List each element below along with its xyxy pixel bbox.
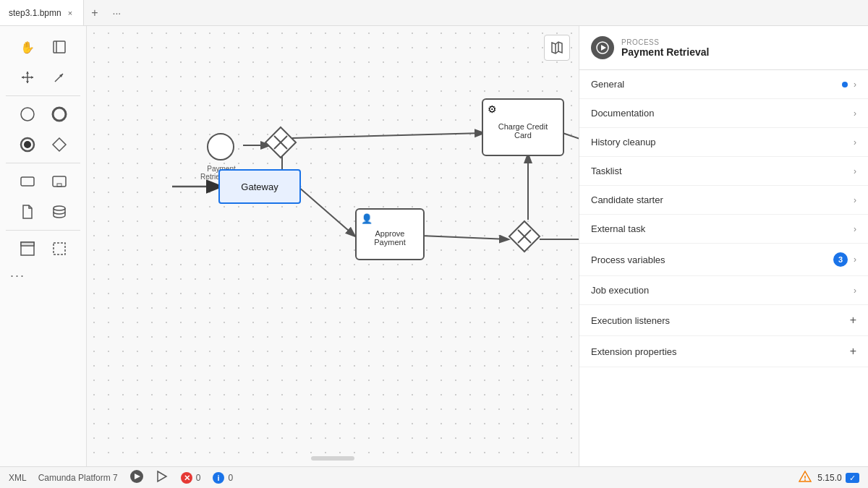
- extension-properties-section[interactable]: Extension properties +: [579, 336, 868, 367]
- tasklist-section[interactable]: Tasklist ›: [579, 157, 868, 186]
- execution-listeners-label: Execution listeners: [591, 315, 670, 326]
- toolbar-more-button[interactable]: ···: [0, 264, 86, 288]
- documentation-section[interactable]: Documentation ›: [579, 99, 868, 128]
- svg-marker-48: [158, 471, 166, 481]
- tool-row-1: ✋: [0, 32, 86, 62]
- panel-header: PROCESS Payment Retrieval: [579, 26, 868, 70]
- candidate-starter-section[interactable]: Candidate starter ›: [579, 186, 868, 215]
- status-platform: Camunda Platform 7: [38, 473, 118, 483]
- process-variables-label: Process variables: [591, 254, 665, 265]
- history-cleanup-section[interactable]: History cleanup ›: [579, 128, 868, 157]
- minimap-button[interactable]: [544, 35, 570, 61]
- svg-marker-14: [53, 138, 66, 151]
- extension-properties-label: Extension properties: [591, 346, 677, 357]
- general-section[interactable]: General ›: [579, 70, 868, 99]
- external-task-section[interactable]: External task ›: [579, 215, 868, 244]
- subprocess-tool[interactable]: [45, 168, 74, 194]
- general-label: General: [591, 79, 624, 90]
- run-button[interactable]: [156, 470, 169, 485]
- svg-marker-6: [22, 76, 24, 79]
- job-execution-chevron: ›: [854, 286, 856, 296]
- svg-marker-5: [26, 81, 29, 83]
- gateway-tool[interactable]: [45, 132, 74, 158]
- extension-properties-plus[interactable]: +: [850, 345, 856, 358]
- tool-row-4: [0, 129, 86, 160]
- svg-line-33: [563, 133, 579, 144]
- svg-marker-45: [601, 45, 606, 51]
- lasso-tool[interactable]: [45, 34, 74, 60]
- process-variables-chevron: ›: [854, 254, 856, 265]
- status-format: XML: [9, 473, 27, 483]
- arrow-tool[interactable]: [45, 64, 74, 90]
- circle-event-tool[interactable]: [13, 101, 42, 127]
- gateway-selected-element[interactable]: Gateway: [218, 169, 301, 204]
- svg-rect-15: [21, 177, 34, 186]
- svg-point-13: [24, 141, 31, 148]
- process-variables-section[interactable]: Process variables 3 ›: [579, 244, 868, 276]
- tool-divider-3: [6, 230, 80, 231]
- error-count: 0: [196, 473, 201, 483]
- new-tab-button[interactable]: +: [84, 0, 105, 25]
- error-indicator[interactable]: ✕ 0: [180, 471, 201, 484]
- active-tab[interactable]: step3.1.bpmn ×: [0, 0, 84, 25]
- execution-listeners-plus[interactable]: +: [850, 314, 856, 327]
- hand-tool[interactable]: ✋: [13, 34, 42, 60]
- job-execution-section[interactable]: Job execution ›: [579, 276, 868, 305]
- tasklist-chevron: ›: [854, 166, 856, 176]
- approve-payment-task[interactable]: 👤 ApprovePayment: [355, 208, 425, 260]
- tool-row-3: [0, 99, 86, 129]
- frame-tool[interactable]: [13, 236, 42, 262]
- move-tool[interactable]: [13, 64, 42, 90]
- svg-line-26: [292, 133, 483, 138]
- execution-listeners-section[interactable]: Execution listeners +: [579, 305, 868, 336]
- panel-title: Payment Retrieval: [621, 46, 709, 58]
- start-event[interactable]: [206, 132, 235, 161]
- bpmn-canvas[interactable]: Payment Retrieval R... ⚙ Charge CreditCa…: [87, 26, 579, 466]
- svg-point-11: [53, 108, 66, 121]
- tab-close-button[interactable]: ×: [66, 7, 75, 19]
- selection-tool[interactable]: [45, 236, 74, 262]
- candidate-starter-chevron: ›: [854, 195, 856, 205]
- tool-divider-2: [6, 163, 80, 163]
- process-icon: [591, 36, 614, 59]
- document-tool[interactable]: [13, 199, 42, 225]
- svg-point-55: [804, 479, 806, 481]
- history-cleanup-label: History cleanup: [591, 137, 656, 147]
- general-chevron: ›: [854, 80, 856, 90]
- info-count: 0: [228, 473, 233, 483]
- tool-row-5: [0, 166, 86, 197]
- connection-layer: [87, 26, 579, 466]
- tasklist-label: Tasklist: [591, 166, 622, 176]
- tab-filename: step3.1.bpmn: [9, 8, 61, 18]
- database-tool[interactable]: [45, 199, 74, 225]
- svg-point-35: [208, 134, 234, 160]
- main-area: ✋: [0, 26, 868, 466]
- svg-marker-22: [552, 42, 562, 53]
- circle-thick-tool[interactable]: [45, 101, 74, 127]
- version-area: 5.15.0 ✓: [799, 470, 859, 485]
- charge-credit-card-task[interactable]: ⚙ Charge CreditCard: [482, 98, 564, 156]
- tab-more-button[interactable]: ···: [106, 0, 129, 25]
- info-indicator[interactable]: i 0: [212, 471, 233, 484]
- circle-double-tool[interactable]: [13, 132, 42, 158]
- gateway2[interactable]: [508, 220, 541, 253]
- panel-type-label: PROCESS: [621, 38, 709, 46]
- tab-bar: step3.1.bpmn × + ···: [0, 0, 868, 26]
- deploy-button[interactable]: [129, 469, 144, 486]
- process-variables-right: 3 ›: [833, 252, 856, 267]
- svg-line-31: [421, 236, 508, 239]
- properties-panel: PROCESS Payment Retrieval General › Docu…: [579, 26, 868, 466]
- svg-rect-0: [54, 41, 65, 53]
- svg-marker-4: [26, 72, 29, 74]
- svg-point-10: [21, 108, 34, 121]
- job-execution-label: Job execution: [591, 285, 649, 296]
- gateway1[interactable]: [264, 126, 297, 159]
- svg-rect-21: [54, 243, 65, 254]
- general-dot: [842, 82, 848, 87]
- task-tool[interactable]: [13, 168, 42, 194]
- tool-row-6: [0, 197, 86, 227]
- tool-row-2: [0, 62, 86, 93]
- svg-text:i: i: [218, 474, 220, 482]
- tool-row-7: [0, 234, 86, 264]
- candidate-starter-label: Candidate starter: [591, 194, 663, 205]
